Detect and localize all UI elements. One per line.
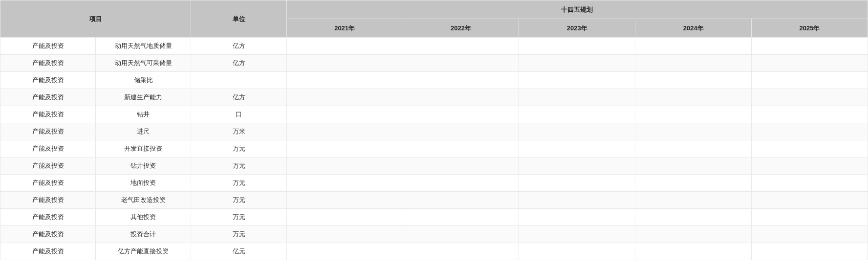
cell-category: 产能及投资 (0, 123, 96, 140)
cell-item: 钻井投资 (96, 157, 191, 175)
cell-item: 进尺 (96, 123, 191, 140)
cell-unit: 万元 (191, 140, 286, 157)
cell-unit: 万元 (191, 226, 286, 243)
cell-unit: 亿方 (191, 55, 286, 72)
cell-2023 (519, 72, 635, 89)
cell-2025 (752, 192, 868, 209)
cell-2025 (752, 140, 868, 157)
cell-2025 (752, 157, 868, 175)
cell-2023 (519, 55, 635, 72)
cell-category: 产能及投资 (0, 209, 96, 226)
cell-unit: 万元 (191, 209, 286, 226)
cell-2021 (286, 243, 403, 260)
cell-2023 (519, 106, 635, 123)
cell-2022 (403, 89, 519, 106)
cell-2024 (635, 192, 752, 209)
header-project: 项目 (0, 0, 191, 38)
cell-item: 地面投资 (96, 175, 191, 192)
cell-2022 (403, 209, 519, 226)
table-row: 产能及投资其他投资万元 (0, 209, 868, 226)
cell-item: 新建生产能力 (96, 89, 191, 106)
cell-item: 亿方产能直接投资 (96, 243, 191, 260)
cell-2025 (752, 175, 868, 192)
table-row: 产能及投资开发直接投资万元 (0, 140, 868, 157)
cell-2023 (519, 226, 635, 243)
cell-2022 (403, 243, 519, 260)
cell-2021 (286, 89, 403, 106)
header-unit: 单位 (191, 0, 286, 38)
cell-unit: 万元 (191, 175, 286, 192)
cell-2022 (403, 38, 519, 55)
cell-category: 产能及投资 (0, 192, 96, 209)
cell-2023 (519, 38, 635, 55)
cell-2024 (635, 55, 752, 72)
cell-unit: 亿方 (191, 89, 286, 106)
cell-2022 (403, 140, 519, 157)
cell-category: 产能及投资 (0, 226, 96, 243)
cell-category: 产能及投资 (0, 243, 96, 260)
table-row: 产能及投资投资合计万元 (0, 226, 868, 243)
plan-table: 项目 单位 十四五规划 2021年 2022年 2023年 2024年 2025… (0, 0, 868, 260)
table-row: 产能及投资老气田改造投资万元 (0, 192, 868, 209)
table-row: 产能及投资动用天然气可采储量亿方 (0, 55, 868, 72)
cell-unit: 口 (191, 106, 286, 123)
cell-item: 其他投资 (96, 209, 191, 226)
cell-2025 (752, 209, 868, 226)
header-year-2023: 2023年 (519, 19, 635, 38)
table-row: 产能及投资储采比 (0, 72, 868, 89)
cell-2021 (286, 123, 403, 140)
cell-category: 产能及投资 (0, 140, 96, 157)
cell-2024 (635, 89, 752, 106)
cell-item: 老气田改造投资 (96, 192, 191, 209)
cell-category: 产能及投资 (0, 55, 96, 72)
cell-category: 产能及投资 (0, 38, 96, 55)
cell-item: 投资合计 (96, 226, 191, 243)
cell-2021 (286, 209, 403, 226)
table-header: 项目 单位 十四五规划 2021年 2022年 2023年 2024年 2025… (0, 0, 868, 38)
cell-2023 (519, 123, 635, 140)
cell-2021 (286, 106, 403, 123)
cell-2023 (519, 209, 635, 226)
table-row: 产能及投资动用天然气地质储量亿方 (0, 38, 868, 55)
cell-2022 (403, 157, 519, 175)
cell-unit: 万元 (191, 157, 286, 175)
cell-2021 (286, 72, 403, 89)
cell-2025 (752, 226, 868, 243)
table-row: 产能及投资亿方产能直接投资亿元 (0, 243, 868, 260)
cell-2024 (635, 38, 752, 55)
cell-2024 (635, 123, 752, 140)
cell-2021 (286, 55, 403, 72)
cell-2024 (635, 72, 752, 89)
cell-2024 (635, 157, 752, 175)
cell-unit: 亿元 (191, 243, 286, 260)
cell-unit (191, 72, 286, 89)
cell-2021 (286, 38, 403, 55)
cell-2021 (286, 192, 403, 209)
header-year-2025: 2025年 (752, 19, 868, 38)
cell-2024 (635, 106, 752, 123)
cell-category: 产能及投资 (0, 157, 96, 175)
cell-category: 产能及投资 (0, 89, 96, 106)
cell-item: 开发直接投资 (96, 140, 191, 157)
cell-2025 (752, 123, 868, 140)
table-row: 产能及投资钻井口 (0, 106, 868, 123)
table-row: 产能及投资地面投资万元 (0, 175, 868, 192)
cell-2022 (403, 226, 519, 243)
cell-unit: 万元 (191, 192, 286, 209)
cell-2023 (519, 140, 635, 157)
cell-2025 (752, 72, 868, 89)
cell-2021 (286, 226, 403, 243)
table-row: 产能及投资新建生产能力亿方 (0, 89, 868, 106)
cell-category: 产能及投资 (0, 72, 96, 89)
header-year-2021: 2021年 (286, 19, 403, 38)
table-body: 产能及投资动用天然气地质储量亿方产能及投资动用天然气可采储量亿方产能及投资储采比… (0, 38, 868, 260)
cell-category: 产能及投资 (0, 175, 96, 192)
cell-2024 (635, 209, 752, 226)
cell-item: 储采比 (96, 72, 191, 89)
cell-2024 (635, 175, 752, 192)
cell-2023 (519, 157, 635, 175)
cell-2022 (403, 55, 519, 72)
cell-unit: 万米 (191, 123, 286, 140)
table-row: 产能及投资钻井投资万元 (0, 157, 868, 175)
cell-item: 动用天然气地质储量 (96, 38, 191, 55)
